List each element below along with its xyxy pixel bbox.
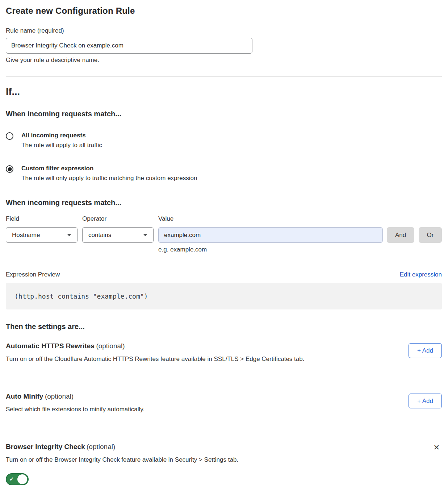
rule-name-label: Rule name (required)	[6, 27, 442, 34]
radio-button[interactable]	[6, 132, 13, 140]
rule-name-input[interactable]	[6, 38, 252, 54]
radio-button[interactable]	[6, 165, 13, 173]
section-divider	[6, 76, 442, 77]
chevron-down-icon	[67, 234, 71, 236]
checkmark-icon: ✓	[9, 476, 14, 482]
toggle-knob	[17, 474, 27, 484]
and-button[interactable]: And	[387, 227, 414, 243]
operator-select[interactable]: contains	[82, 227, 154, 243]
page-title: Create new Configuration Rule	[6, 6, 442, 16]
rule-name-helper: Give your rule a descriptive name.	[6, 57, 442, 64]
match-type-radio-group: All incoming requests The rule will appl…	[6, 132, 442, 182]
add-https-rewrites-button[interactable]: + Add	[409, 343, 442, 358]
setting-title: Automatic HTTPS Rewrites	[6, 342, 95, 350]
expression-preview-code: (http.host contains "example.com")	[6, 283, 442, 309]
setting-optional-tag: (optional)	[87, 443, 115, 450]
setting-title: Browser Integrity Check	[6, 443, 85, 450]
value-input[interactable]	[158, 227, 383, 243]
radio-description: The rule will apply to all traffic	[21, 142, 102, 149]
setting-section-https-rewrites: Automatic HTTPS Rewrites (optional) Turn…	[6, 342, 442, 363]
setting-section-browser-integrity-check: Browser Integrity Check (optional) Turn …	[6, 443, 442, 487]
section-divider	[6, 377, 442, 377]
setting-section-auto-minify: Auto Minify (optional) Select which file…	[6, 392, 442, 413]
value-helper: e.g. example.com	[158, 246, 442, 253]
operator-select-value: contains	[88, 232, 111, 239]
field-select[interactable]: Hostname	[6, 227, 78, 243]
setting-title: Auto Minify	[6, 392, 43, 400]
chevron-down-icon	[143, 234, 147, 236]
match-heading: When incoming requests match...	[6, 110, 442, 118]
setting-description: Turn on or off the Cloudflare Automatic …	[6, 355, 304, 363]
settings-heading: Then the settings are...	[6, 323, 442, 331]
radio-label: All incoming requests	[21, 132, 102, 139]
expression-preview-header: Expression Preview Edit expression	[6, 271, 442, 278]
field-select-value: Hostname	[12, 232, 40, 239]
expression-preview-label: Expression Preview	[6, 271, 60, 278]
value-label: Value	[158, 215, 383, 223]
expression-builder-labels: Field Operator Value	[6, 215, 442, 223]
setting-optional-tag: (optional)	[45, 392, 74, 400]
setting-description: Turn on or off the Browser Integrity Che…	[6, 456, 238, 463]
setting-description: Select which file extensions to minify a…	[6, 406, 145, 413]
expression-builder-row: Hostname contains And Or	[6, 227, 442, 243]
radio-description: The rule will only apply to traffic matc…	[21, 175, 197, 182]
radio-option-all-requests[interactable]: All incoming requests The rule will appl…	[6, 132, 442, 149]
expression-code-text: (http.host contains "example.com")	[14, 292, 148, 300]
close-icon[interactable]: ✕	[433, 444, 440, 451]
or-button[interactable]: Or	[419, 227, 442, 243]
field-label: Field	[6, 215, 78, 223]
setting-optional-tag: (optional)	[96, 342, 125, 350]
browser-integrity-check-toggle[interactable]: ✓	[6, 473, 29, 485]
radio-label: Custom filter expression	[21, 165, 197, 172]
expression-builder-heading: When incoming requests match...	[6, 199, 442, 207]
section-divider	[6, 429, 442, 429]
edit-expression-link[interactable]: Edit expression	[400, 271, 442, 278]
if-heading: If...	[6, 86, 442, 97]
radio-option-custom-filter[interactable]: Custom filter expression The rule will o…	[6, 165, 442, 182]
operator-label: Operator	[82, 215, 154, 223]
add-auto-minify-button[interactable]: + Add	[409, 394, 442, 408]
